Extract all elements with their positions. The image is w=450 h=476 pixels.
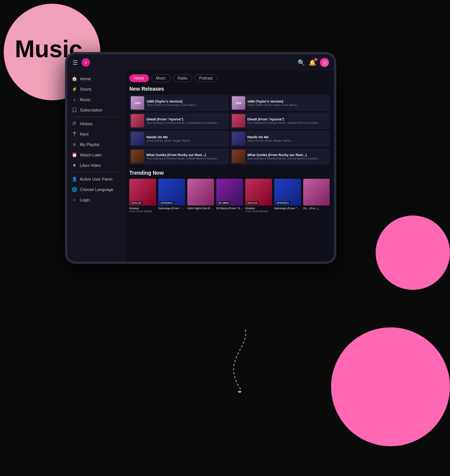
avatar-icon: U xyxy=(323,61,326,65)
release-thumb-zumka-1 xyxy=(131,150,144,163)
sidebar-item-label: Home xyxy=(80,77,91,81)
sidebar-item-rent[interactable]: 📍 Rent xyxy=(67,129,124,139)
thumb-art-diwali-1 xyxy=(131,114,144,127)
release-artist: Jeson Derulo. (Feat. Megan Tainor). xyxy=(247,139,328,142)
sidebar: 🏠 Home ⚡ Shorts ♪ Music 🎧 Subscription ⏱… xyxy=(67,71,125,262)
tab-radio[interactable]: Radio xyxy=(173,74,192,82)
trending-title-label: Dil Mera (From "Sajini") xyxy=(216,207,243,210)
sidebar-item-home[interactable]: 🏠 Home xyxy=(67,74,124,84)
trending-item-khalasi-2[interactable]: KHALASI Khalasi Coke Studio Bharat xyxy=(245,179,272,213)
thumb-art-zumka-1 xyxy=(131,150,144,163)
search-icon[interactable]: 🔍 xyxy=(298,59,305,66)
release-info-1989-1: 1989 (Taylor's Version) Taylor Swift's a… xyxy=(146,100,227,107)
release-item-zumka-2[interactable]: What Zumka (From Rocky aur Rani...) Tara… xyxy=(230,148,330,165)
sidebar-item-shorts[interactable]: ⚡ Shorts xyxy=(67,84,124,94)
sidebar-item-label: Subscription xyxy=(80,108,103,112)
release-artist: Jeson Derulo. (Feat. Megan Tainor). xyxy=(146,139,227,142)
trending-item-khalasi-1[interactable]: KHALASI Khalasi Coke Studio Bharat xyxy=(129,179,156,213)
trending-item-satranga-2[interactable]: SATRANGA Satranga (From "Animal") xyxy=(274,179,301,213)
sidebar-item-login[interactable]: ○ Login xyxy=(67,195,124,205)
release-item-hands-1[interactable]: Hands On Me Jeson Derulo. (Feat. Megan T… xyxy=(129,130,229,147)
sidebar-item-music[interactable]: ♪ Music xyxy=(67,94,124,105)
sidebar-item-activeuserpanel[interactable]: 👤 Active User Panel xyxy=(67,174,124,184)
user-icon: 👤 xyxy=(72,177,77,182)
sidebar-item-label: Watch Later xyxy=(80,153,102,157)
release-item-1989-1[interactable]: 1989 1989 (Taylor's Version) Taylor Swif… xyxy=(129,95,229,111)
trending-thumb-girls-1 xyxy=(187,179,214,205)
likes-icon: ♥ xyxy=(72,163,77,168)
trending-thumb-khalasi-2: KHALASI xyxy=(245,179,272,205)
release-info-hands-2: Hands On Me Jeson Derulo. (Feat. Megan T… xyxy=(247,135,328,142)
trending-label: SATRANGA xyxy=(159,201,174,204)
release-thumb-zumka-2 xyxy=(232,150,245,163)
history-icon: ⏱ xyxy=(72,121,77,126)
sidebar-item-likesvideo[interactable]: ♥ Likes Video xyxy=(67,160,124,171)
trending-title: Trending Now xyxy=(129,170,330,176)
playlist-icon: ≡ xyxy=(72,142,77,147)
bg-circle-right-mid xyxy=(376,216,450,290)
release-item-hands-2[interactable]: Hands On Me Jeson Derulo. (Feat. Megan T… xyxy=(230,130,330,147)
release-title: Hands On Me xyxy=(146,135,227,139)
trending-label: DIL MERA xyxy=(217,201,230,204)
trending-item-girls-2[interactable]: Gi... (Fro...) xyxy=(303,179,330,213)
logo-inner: d xyxy=(82,58,90,67)
release-thumb-hands-2 xyxy=(232,132,245,145)
tab-podcast[interactable]: Podcast xyxy=(194,74,217,82)
trending-item-satranga-1[interactable]: SATRANGA Satranga (From "Animal") xyxy=(158,179,185,213)
sidebar-item-label: Active User Panel xyxy=(80,177,112,181)
sidebar-item-watchlater[interactable]: ⏰ Watch Later xyxy=(67,150,124,160)
tab-music[interactable]: Music xyxy=(151,74,171,82)
sidebar-item-label: My Playlist xyxy=(80,142,100,147)
release-info-1989-2: 1989 (Taylor's Version) Taylor Swift's a… xyxy=(247,100,328,107)
release-item-diwali-2[interactable]: Diwali (From "Apurva") Tara Sutariya & D… xyxy=(230,113,330,129)
trending-scroll: KHALASI Khalasi Coke Studio Bharat SATRA… xyxy=(129,179,330,214)
trending-item-girls-1[interactable]: Girls Night Out (From "Sajini") xyxy=(187,179,214,213)
release-title: Diwali (From "Apurva") xyxy=(146,117,227,121)
top-bar-left: ☰ d xyxy=(72,57,91,68)
release-item-1989-2[interactable]: 1989 1989 (Taylor's Version) Taylor Swif… xyxy=(230,95,330,111)
trending-subtitle: Coke Studio Bharat xyxy=(129,210,156,213)
thumb-art-hands-1 xyxy=(131,132,144,145)
trending-title-label: Gi... (Fro...) xyxy=(303,207,330,210)
notification-badge[interactable]: 🔔 10 xyxy=(309,59,316,66)
release-item-diwali-1[interactable]: Diwali (From "Apurva") Tara Sutariya & D… xyxy=(129,113,229,129)
thumb-art-1989-2: 1989 xyxy=(232,96,245,110)
trending-thumb-satranga-1: SATRANGA xyxy=(158,179,185,205)
shorts-icon: ⚡ xyxy=(72,87,77,92)
hamburger-icon[interactable]: ☰ xyxy=(72,59,78,66)
release-info-diwali-2: Diwali (From "Apurva") Tara Sutariya & D… xyxy=(247,117,328,124)
sidebar-item-label: Likes Video xyxy=(80,163,101,168)
release-title: What Zumka (From Rocky aur Rani...) xyxy=(247,153,328,157)
thumb-art-zumka-2 xyxy=(232,150,245,163)
sidebar-divider xyxy=(72,117,120,117)
music-icon: ♪ xyxy=(72,97,77,102)
dashed-arrow xyxy=(216,326,260,394)
thumb-girls-2 xyxy=(303,179,330,205)
release-thumb-1989-2: 1989 xyxy=(232,96,245,110)
avatar[interactable]: U xyxy=(320,58,329,67)
trending-item-dilmera-1[interactable]: DIL MERA Dil Mera (From "Sajini") xyxy=(216,179,243,213)
sidebar-item-chooselanguage[interactable]: 🌐 Choose Language xyxy=(67,184,124,195)
sidebar-item-myplaylist[interactable]: ≡ My Playlist xyxy=(67,139,124,150)
sidebar-item-label: Music xyxy=(80,97,91,102)
trending-thumb-girls-2 xyxy=(303,179,330,205)
release-thumb-diwali-2 xyxy=(232,114,245,127)
thumb-art-1989-1: 1989 xyxy=(131,96,144,110)
release-thumb-diwali-1 xyxy=(131,114,144,127)
trending-title-label: Satranga (From "Animal") xyxy=(274,207,301,210)
sidebar-item-label: History xyxy=(80,122,93,126)
release-thumb-1989-1: 1989 xyxy=(131,96,144,110)
release-title: Hands On Me xyxy=(247,135,328,139)
sidebar-item-label: Shorts xyxy=(80,87,92,91)
tab-home[interactable]: Home xyxy=(129,74,149,82)
sidebar-item-subscription[interactable]: 🎧 Subscription xyxy=(67,105,124,115)
release-artist: Tara Sutariya & Dhairya Karwa...|Vishal … xyxy=(146,157,227,160)
trending-label: KHALASI xyxy=(246,201,259,204)
thumb-art-diwali-2 xyxy=(232,114,245,127)
sidebar-item-history[interactable]: ⏱ History xyxy=(67,119,124,129)
tablet-device: ☰ d 🔍 🔔 10 U 🏠 Home xyxy=(65,52,336,264)
release-item-zumka-1[interactable]: What Zumka (From Rocky aur Rani...) Tara… xyxy=(129,148,229,165)
trending-title-label: Girls Night Out (From "Sajini") xyxy=(187,207,214,210)
release-thumb-hands-1 xyxy=(131,132,144,145)
svg-marker-0 xyxy=(238,391,242,393)
